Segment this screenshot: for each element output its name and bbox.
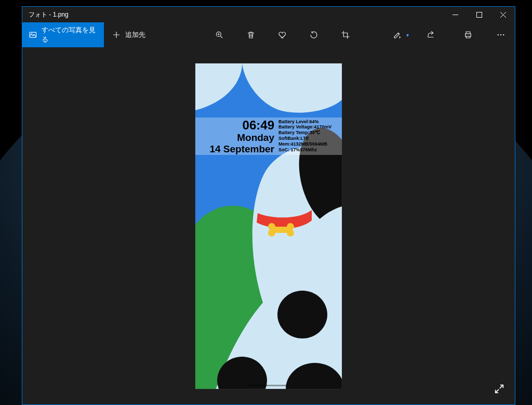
crop-button[interactable]	[330, 22, 362, 47]
clock-block: 06:49 Monday 14 September	[195, 117, 277, 155]
view-all-photos-label: すべての写真を見る	[42, 25, 98, 44]
trash-icon	[246, 30, 256, 40]
zoom-icon	[215, 30, 224, 40]
toolbar: すべての写真を見る 追加先 ▾	[22, 22, 515, 47]
svg-point-10	[277, 291, 327, 338]
plus-icon	[112, 30, 121, 40]
svg-point-7	[503, 34, 504, 35]
add-to-label: 追加先	[125, 30, 145, 40]
ellipsis-icon	[496, 30, 506, 40]
clock-day: Monday	[237, 132, 274, 143]
stat-mem: Mem:4132MB/5594MB	[278, 141, 342, 147]
edit-button[interactable]: ▾	[382, 22, 414, 47]
edit-icon	[393, 30, 402, 40]
svg-point-5	[497, 34, 498, 35]
lockscreen-info-bar: 06:49 Monday 14 September Battery Level:…	[195, 117, 342, 155]
svg-rect-4	[466, 34, 471, 36]
stat-battery-temp: Battery Temp:39℃	[278, 130, 342, 136]
clock-time: 06:49	[243, 119, 274, 133]
stat-soc: SoC: 17%576Mhz	[278, 147, 342, 153]
share-icon	[427, 30, 436, 40]
minimize-button[interactable]	[443, 7, 467, 22]
wallpaper-illustration	[195, 63, 342, 389]
svg-point-15	[268, 229, 275, 237]
clock-date: 14 September	[209, 143, 274, 154]
favorite-button[interactable]	[267, 22, 298, 47]
crop-icon	[341, 30, 350, 40]
stat-battery-voltage: Battery Voltage:4170mV	[278, 124, 342, 130]
svg-point-14	[268, 223, 275, 230]
zoom-button[interactable]	[204, 22, 235, 47]
chevron-down-icon: ▾	[406, 32, 409, 38]
svg-point-16	[287, 223, 294, 230]
rotate-icon	[309, 30, 318, 40]
delete-button[interactable]	[235, 22, 267, 47]
close-button[interactable]	[491, 7, 515, 22]
stat-carrier: SoftBank:LTE	[278, 136, 342, 141]
print-button[interactable]	[450, 22, 486, 47]
photo-content: 06:49 Monday 14 September Battery Level:…	[195, 63, 342, 389]
svg-point-2	[31, 33, 32, 34]
rotate-button[interactable]	[298, 22, 330, 47]
stats-block: Battery Level:64% Battery Voltage:4170mV…	[277, 117, 342, 155]
minimize-icon	[453, 12, 458, 18]
titlebar: フォト - 1.png	[22, 7, 515, 22]
image-viewport[interactable]: 06:49 Monday 14 September Battery Level:…	[22, 47, 515, 404]
svg-rect-0	[476, 12, 482, 17]
photo-icon	[29, 30, 37, 40]
svg-point-17	[287, 229, 294, 237]
maximize-button[interactable]	[467, 7, 491, 22]
more-button[interactable]	[486, 22, 515, 47]
maximize-icon	[476, 12, 482, 18]
add-to-button[interactable]: 追加先	[104, 22, 153, 47]
photos-window: フォト - 1.png すべての写真を見る 追加先	[22, 6, 515, 405]
close-icon	[500, 12, 506, 18]
svg-point-6	[500, 34, 501, 35]
fullscreen-icon	[494, 383, 505, 395]
print-icon	[463, 30, 473, 40]
fullscreen-button[interactable]	[492, 382, 507, 396]
share-button[interactable]	[413, 22, 449, 47]
heart-icon	[278, 30, 287, 40]
view-all-photos-button[interactable]: すべての写真を見る	[22, 22, 104, 47]
stat-battery-level: Battery Level:64%	[278, 119, 342, 125]
home-indicator	[248, 385, 289, 386]
window-title: フォト - 1.png	[22, 7, 443, 22]
